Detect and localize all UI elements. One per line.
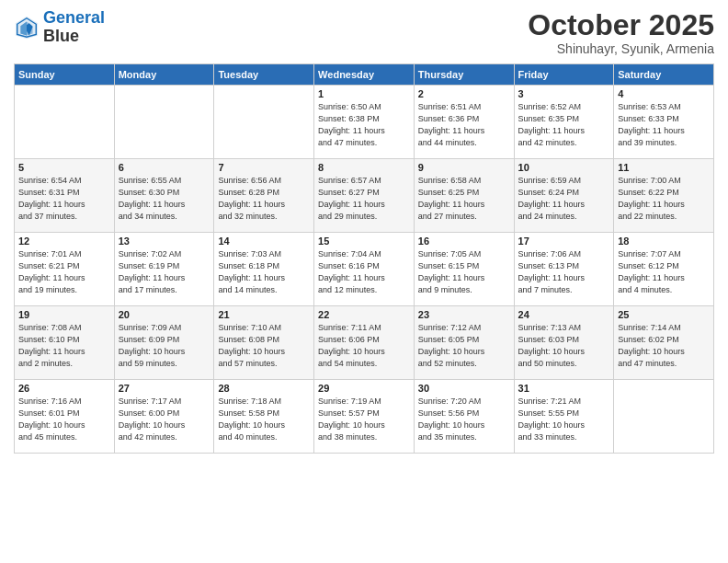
day-info: Sunrise: 6:52 AM Sunset: 6:35 PM Dayligh… — [518, 101, 610, 149]
day-info: Sunrise: 6:51 AM Sunset: 6:36 PM Dayligh… — [418, 101, 510, 149]
logo-line2: Blue — [43, 28, 105, 46]
calendar-cell: 28Sunrise: 7:18 AM Sunset: 5:58 PM Dayli… — [214, 380, 314, 454]
calendar-cell — [114, 86, 214, 159]
day-number: 15 — [318, 236, 410, 247]
day-number: 4 — [618, 88, 710, 99]
calendar-cell: 20Sunrise: 7:09 AM Sunset: 6:09 PM Dayli… — [114, 306, 214, 380]
calendar-cell — [15, 86, 115, 159]
day-info: Sunrise: 7:03 AM Sunset: 6:18 PM Dayligh… — [218, 248, 310, 296]
logo-text: General Blue — [43, 9, 105, 46]
calendar-week-2: 12Sunrise: 7:01 AM Sunset: 6:21 PM Dayli… — [15, 233, 714, 306]
day-info: Sunrise: 7:19 AM Sunset: 5:57 PM Dayligh… — [318, 396, 410, 443]
calendar-cell: 23Sunrise: 7:12 AM Sunset: 6:05 PM Dayli… — [414, 306, 514, 380]
calendar-cell: 6Sunrise: 6:55 AM Sunset: 6:30 PM Daylig… — [114, 159, 214, 233]
calendar-cell: 21Sunrise: 7:10 AM Sunset: 6:08 PM Dayli… — [214, 306, 314, 380]
day-number: 25 — [618, 309, 710, 320]
day-number: 2 — [418, 88, 510, 99]
logo: General Blue — [14, 9, 105, 46]
day-number: 13 — [119, 236, 210, 247]
calendar-week-0: 1Sunrise: 6:50 AM Sunset: 6:38 PM Daylig… — [15, 86, 714, 159]
calendar-cell: 16Sunrise: 7:05 AM Sunset: 6:15 PM Dayli… — [414, 233, 514, 306]
calendar-cell: 15Sunrise: 7:04 AM Sunset: 6:16 PM Dayli… — [314, 233, 415, 306]
day-info: Sunrise: 7:20 AM Sunset: 5:56 PM Dayligh… — [418, 396, 510, 443]
header: General Blue October 2025 Shinuhayr, Syu… — [14, 9, 714, 56]
calendar-cell: 4Sunrise: 6:53 AM Sunset: 6:33 PM Daylig… — [614, 86, 714, 159]
calendar-cell: 29Sunrise: 7:19 AM Sunset: 5:57 PM Dayli… — [314, 380, 415, 454]
calendar-cell: 17Sunrise: 7:06 AM Sunset: 6:13 PM Dayli… — [514, 233, 614, 306]
th-saturday: Saturday — [614, 64, 714, 86]
calendar-cell: 31Sunrise: 7:21 AM Sunset: 5:55 PM Dayli… — [514, 380, 614, 454]
calendar-body: 1Sunrise: 6:50 AM Sunset: 6:38 PM Daylig… — [15, 86, 714, 454]
th-thursday: Thursday — [414, 64, 514, 86]
calendar-cell: 8Sunrise: 6:57 AM Sunset: 6:27 PM Daylig… — [314, 159, 415, 233]
day-info: Sunrise: 6:59 AM Sunset: 6:24 PM Dayligh… — [518, 175, 610, 223]
calendar-cell: 27Sunrise: 7:17 AM Sunset: 6:00 PM Dayli… — [114, 380, 214, 454]
day-number: 7 — [218, 162, 310, 173]
calendar-cell: 18Sunrise: 7:07 AM Sunset: 6:12 PM Dayli… — [614, 233, 714, 306]
day-number: 26 — [18, 383, 110, 394]
weekday-row: Sunday Monday Tuesday Wednesday Thursday… — [15, 64, 714, 86]
day-number: 17 — [518, 236, 610, 247]
day-info: Sunrise: 7:06 AM Sunset: 6:13 PM Dayligh… — [518, 248, 610, 296]
day-info: Sunrise: 7:14 AM Sunset: 6:02 PM Dayligh… — [618, 322, 710, 370]
calendar-cell — [614, 380, 714, 454]
calendar-cell: 14Sunrise: 7:03 AM Sunset: 6:18 PM Dayli… — [214, 233, 314, 306]
day-info: Sunrise: 7:09 AM Sunset: 6:09 PM Dayligh… — [119, 322, 210, 370]
location-subtitle: Shinuhayr, Syunik, Armenia — [528, 41, 714, 56]
day-info: Sunrise: 7:16 AM Sunset: 6:01 PM Dayligh… — [18, 396, 110, 443]
calendar-cell: 11Sunrise: 7:00 AM Sunset: 6:22 PM Dayli… — [614, 159, 714, 233]
calendar-week-1: 5Sunrise: 6:54 AM Sunset: 6:31 PM Daylig… — [15, 159, 714, 233]
day-number: 19 — [18, 309, 110, 320]
calendar-week-4: 26Sunrise: 7:16 AM Sunset: 6:01 PM Dayli… — [15, 380, 714, 454]
day-number: 9 — [418, 162, 510, 173]
day-info: Sunrise: 7:11 AM Sunset: 6:06 PM Dayligh… — [318, 322, 410, 370]
th-friday: Friday — [514, 64, 614, 86]
day-info: Sunrise: 7:10 AM Sunset: 6:08 PM Dayligh… — [218, 322, 310, 370]
day-info: Sunrise: 7:12 AM Sunset: 6:05 PM Dayligh… — [418, 322, 510, 370]
calendar-cell: 9Sunrise: 6:58 AM Sunset: 6:25 PM Daylig… — [414, 159, 514, 233]
calendar-cell: 10Sunrise: 6:59 AM Sunset: 6:24 PM Dayli… — [514, 159, 614, 233]
day-number: 12 — [18, 236, 110, 247]
month-title: October 2025 — [528, 9, 714, 41]
calendar-cell — [214, 86, 314, 159]
th-sunday: Sunday — [15, 64, 115, 86]
calendar-cell: 25Sunrise: 7:14 AM Sunset: 6:02 PM Dayli… — [614, 306, 714, 380]
th-wednesday: Wednesday — [314, 64, 415, 86]
day-info: Sunrise: 7:08 AM Sunset: 6:10 PM Dayligh… — [18, 322, 110, 370]
calendar-cell: 2Sunrise: 6:51 AM Sunset: 6:36 PM Daylig… — [414, 86, 514, 159]
calendar-cell: 30Sunrise: 7:20 AM Sunset: 5:56 PM Dayli… — [414, 380, 514, 454]
day-info: Sunrise: 6:57 AM Sunset: 6:27 PM Dayligh… — [318, 175, 410, 223]
day-number: 14 — [218, 236, 310, 247]
day-number: 11 — [618, 162, 710, 173]
day-info: Sunrise: 7:18 AM Sunset: 5:58 PM Dayligh… — [218, 396, 310, 443]
th-tuesday: Tuesday — [214, 64, 314, 86]
day-number: 8 — [318, 162, 410, 173]
day-number: 31 — [518, 383, 610, 394]
calendar-cell: 5Sunrise: 6:54 AM Sunset: 6:31 PM Daylig… — [15, 159, 115, 233]
day-number: 10 — [518, 162, 610, 173]
day-number: 24 — [518, 309, 610, 320]
day-number: 1 — [318, 88, 410, 99]
day-info: Sunrise: 7:04 AM Sunset: 6:16 PM Dayligh… — [318, 248, 410, 296]
day-info: Sunrise: 7:13 AM Sunset: 6:03 PM Dayligh… — [518, 322, 610, 370]
day-info: Sunrise: 7:17 AM Sunset: 6:00 PM Dayligh… — [119, 396, 210, 443]
calendar-cell: 12Sunrise: 7:01 AM Sunset: 6:21 PM Dayli… — [15, 233, 115, 306]
th-monday: Monday — [114, 64, 214, 86]
day-number: 3 — [518, 88, 610, 99]
day-info: Sunrise: 6:53 AM Sunset: 6:33 PM Dayligh… — [618, 101, 710, 149]
calendar-cell: 22Sunrise: 7:11 AM Sunset: 6:06 PM Dayli… — [314, 306, 415, 380]
day-info: Sunrise: 7:07 AM Sunset: 6:12 PM Dayligh… — [618, 248, 710, 296]
calendar-cell: 7Sunrise: 6:56 AM Sunset: 6:28 PM Daylig… — [214, 159, 314, 233]
day-number: 18 — [618, 236, 710, 247]
calendar-cell: 13Sunrise: 7:02 AM Sunset: 6:19 PM Dayli… — [114, 233, 214, 306]
day-info: Sunrise: 6:50 AM Sunset: 6:38 PM Dayligh… — [318, 101, 410, 149]
calendar-header: Sunday Monday Tuesday Wednesday Thursday… — [15, 64, 714, 86]
day-info: Sunrise: 7:05 AM Sunset: 6:15 PM Dayligh… — [418, 248, 510, 296]
day-number: 30 — [418, 383, 510, 394]
day-info: Sunrise: 7:02 AM Sunset: 6:19 PM Dayligh… — [119, 248, 210, 296]
day-number: 28 — [218, 383, 310, 394]
day-number: 27 — [119, 383, 210, 394]
day-number: 22 — [318, 309, 410, 320]
calendar-cell: 1Sunrise: 6:50 AM Sunset: 6:38 PM Daylig… — [314, 86, 415, 159]
calendar-cell: 19Sunrise: 7:08 AM Sunset: 6:10 PM Dayli… — [15, 306, 115, 380]
